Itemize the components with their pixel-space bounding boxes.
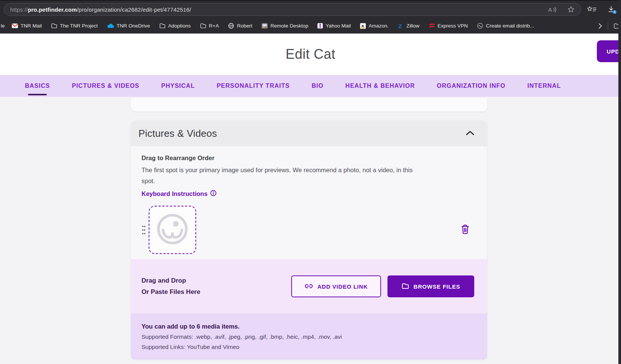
bookmark-remote-desktop[interactable]: Remote Desktop <box>261 23 309 29</box>
bookmark-label: Yahoo Mail <box>326 23 351 29</box>
url-protocol: https:// <box>10 6 28 13</box>
trash-icon <box>461 224 470 236</box>
update-button[interactable]: UPD <box>597 40 621 62</box>
bookmarks-overflow-chevron-icon[interactable] <box>598 23 603 29</box>
tab-health-behavior[interactable]: HEALTH & BEHAVIOR <box>345 75 415 97</box>
expressvpn-icon <box>429 23 435 29</box>
media-limit-heading: You can add up to 6 media items. <box>141 323 476 330</box>
bookmark-label: TNR Mail <box>21 23 42 29</box>
tab-pictures-videos[interactable]: PICTURES & VIDEOS <box>72 75 139 97</box>
tab-personality-traits[interactable]: PERSONALITY TRAITS <box>217 75 290 97</box>
svg-text:Z: Z <box>398 23 402 29</box>
bookmark-label: Express VPN <box>438 23 468 29</box>
bookmark-label: Amazon. <box>369 23 389 29</box>
bookmark-label: The TNR Project <box>60 23 98 29</box>
drop-zone-text: Drag and Drop Or Paste Files Here <box>141 275 200 298</box>
bookmark-amazon[interactable]: a Amazon. <box>360 23 389 29</box>
url-text: https://pro.petfinder.com/pro/organizati… <box>10 6 191 13</box>
tab-label: ORGANIZATION INFO <box>437 83 506 89</box>
bookmark-express-vpn[interactable]: Express VPN <box>429 23 468 29</box>
section-header[interactable]: Pictures & Videos <box>131 121 487 146</box>
file-drop-zone[interactable]: Drag and Drop Or Paste Files Here ADD VI… <box>131 259 487 314</box>
bookmark-zillow[interactable]: Z Zillow <box>398 23 420 29</box>
url-row: https://pro.petfinder.com/pro/organizati… <box>4 3 615 16</box>
tab-organization-info[interactable]: ORGANIZATION INFO <box>437 75 506 97</box>
browser-chrome: https://pro.petfinder.com/pro/organizati… <box>0 0 621 34</box>
bookmark-label: TNR OneDrive <box>117 23 150 29</box>
bookmarks-bar: le TNR Mail The TNR Project TNR OneDrive… <box>0 17 621 34</box>
read-aloud-icon[interactable]: A <box>548 6 558 13</box>
browser-right-edge <box>618 0 621 364</box>
bookmark-tnr-mail[interactable]: TNR Mail <box>12 23 42 29</box>
delete-media-button[interactable] <box>460 223 470 236</box>
add-video-link-label: ADD VIDEO LINK <box>317 283 368 290</box>
drop-zone-buttons: ADD VIDEO LINK BROWSE FILES <box>291 275 474 297</box>
pictures-videos-card: Pictures & Videos Drag to Rearrange Orde… <box>131 121 487 359</box>
bookmark-create-email-distrib[interactable]: Create email distrib... <box>477 23 534 29</box>
tab-label: BIO <box>312 83 323 89</box>
browse-files-label: BROWSE FILES <box>413 283 460 290</box>
bookmark-clipped[interactable]: le <box>1 23 5 29</box>
supported-formats: Supported Formats: .webp, .avif, .jpeg, … <box>141 333 476 340</box>
page-title: Edit Cat <box>0 34 621 75</box>
collapse-section-button[interactable] <box>464 129 476 138</box>
downloads-icon[interactable]: i <box>607 6 615 13</box>
bookmark-label: Adoptions <box>168 23 191 29</box>
toolbar-icons: i <box>587 6 615 13</box>
bookmark-adoptions[interactable]: Adoptions <box>159 23 191 29</box>
globe-icon <box>228 23 234 29</box>
svg-text:A: A <box>548 6 552 13</box>
page-header: Edit Cat UPD <box>0 34 621 75</box>
bookmark-label: Remote Desktop <box>271 23 309 29</box>
download-badge: i <box>613 10 616 14</box>
bookmark-the-tnr-project[interactable]: The TNR Project <box>51 23 98 29</box>
tab-bio[interactable]: BIO <box>312 75 323 97</box>
folder-icon <box>51 23 57 29</box>
yahoo-icon <box>317 23 323 29</box>
browse-files-button[interactable]: BROWSE FILES <box>387 275 474 297</box>
folder-icon <box>200 23 206 29</box>
pet-face-placeholder-icon <box>154 210 191 249</box>
bookmarks-bar-tail <box>598 22 621 30</box>
tab-label: HEALTH & BEHAVIOR <box>345 83 415 89</box>
bookmark-r-plus-a[interactable]: R+A <box>200 23 219 29</box>
keyboard-instructions-label: Keyboard Instructions <box>141 190 208 197</box>
tab-label: BASICS <box>25 83 50 89</box>
bookmark-yahoo-mail[interactable]: Yahoo Mail <box>317 23 351 29</box>
rearrange-description: The first spot is your primary image use… <box>141 165 476 187</box>
tab-basics[interactable]: BASICS <box>25 75 50 97</box>
url-domain: pro.petfinder.com <box>28 6 77 13</box>
add-video-link-button[interactable]: ADD VIDEO LINK <box>291 275 381 297</box>
keyboard-instructions-link[interactable]: Keyboard Instructions <box>141 190 217 198</box>
rearrange-heading: Drag to Rearrange Order <box>141 154 476 162</box>
favorite-star-icon[interactable] <box>567 6 575 13</box>
zillow-icon: Z <box>398 23 404 29</box>
tab-physical[interactable]: PHYSICAL <box>161 75 195 97</box>
media-placeholder-thumbnail[interactable] <box>149 206 196 254</box>
content-column: Pictures & Videos Drag to Rearrange Orde… <box>131 98 487 359</box>
bookmark-label: Zillow <box>406 23 420 29</box>
media-item-row <box>141 206 476 257</box>
tab-internal[interactable]: INTERNAL <box>527 75 561 97</box>
folder-icon <box>159 23 166 29</box>
bookmark-robert[interactable]: Robert <box>228 23 252 29</box>
url-bar[interactable]: https://pro.petfinder.com/pro/organizati… <box>4 3 581 16</box>
bookmark-label: Create email distrib... <box>486 23 534 29</box>
drop-zone-line1: Drag and Drop <box>141 275 200 286</box>
info-icon[interactable] <box>210 190 217 198</box>
tab-bar: BASICS PICTURES & VIDEOS PHYSICAL PERSON… <box>0 75 621 97</box>
url-path: /pro/organization/ca2682/edit-pet/477425… <box>77 6 191 13</box>
gmail-icon <box>12 23 18 28</box>
bookmarks-separator <box>608 22 608 30</box>
bookmark-tnr-onedrive[interactable]: TNR OneDrive <box>107 23 150 29</box>
drag-handle-icon[interactable] <box>141 225 146 235</box>
section-title: Pictures & Videos <box>138 128 217 139</box>
favorites-bar-icon[interactable] <box>587 6 597 13</box>
update-button-label: UPD <box>607 48 619 55</box>
previous-section-card-bottom <box>131 98 487 112</box>
link-icon <box>304 283 313 290</box>
screenshot-root: https://pro.petfinder.com/pro/organizati… <box>0 0 621 364</box>
wave-circle-icon <box>477 23 483 29</box>
remote-desktop-icon <box>261 23 268 29</box>
tab-label: PICTURES & VIDEOS <box>72 83 139 89</box>
